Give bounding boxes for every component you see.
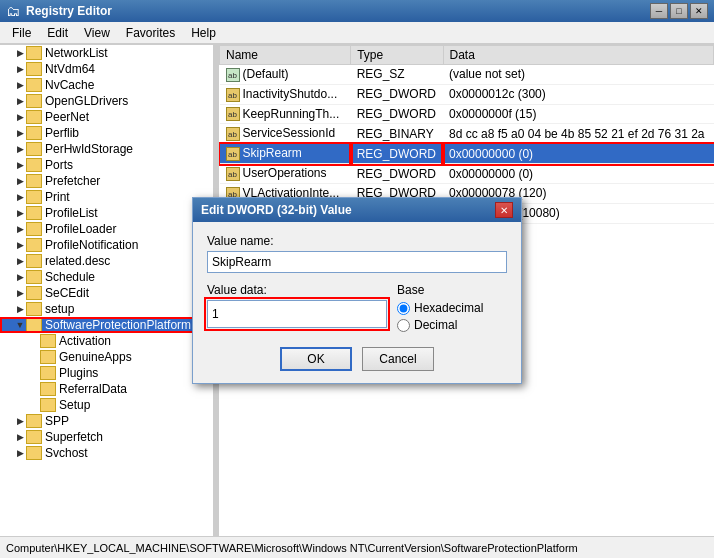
expand-icon[interactable]: ▶ xyxy=(14,447,26,459)
folder-icon xyxy=(26,206,42,220)
tree-item-secedit[interactable]: ▶SeCEdit xyxy=(0,285,213,301)
table-row[interactable]: abInactivityShutdo...REG_DWORD0x0000012c… xyxy=(220,84,714,104)
tree-item-activation[interactable]: Activation xyxy=(0,333,213,349)
tree-item-profileloader[interactable]: ▶ProfileLoader xyxy=(0,221,213,237)
folder-icon xyxy=(26,78,42,92)
tree-item-ports[interactable]: ▶Ports xyxy=(0,157,213,173)
tree-item-label: SeCEdit xyxy=(45,286,89,300)
tree-item-networklist[interactable]: ▶NetworkList xyxy=(0,45,213,61)
expand-icon[interactable] xyxy=(28,383,40,395)
tree-item-opengldrivers[interactable]: ▶OpenGLDrivers xyxy=(0,93,213,109)
tree-item-prefetcher[interactable]: ▶Prefetcher xyxy=(0,173,213,189)
menu-item-file[interactable]: File xyxy=(4,24,39,42)
tree-item-svchost[interactable]: ▶Svchost xyxy=(0,445,213,461)
tree-item-referraldata[interactable]: ReferralData xyxy=(0,381,213,397)
tree-item-schedule[interactable]: ▶Schedule xyxy=(0,269,213,285)
value-name-input[interactable] xyxy=(207,251,507,273)
tree-item-nvcache[interactable]: ▶NvCache xyxy=(0,77,213,93)
tree-item-label: Plugins xyxy=(59,366,98,380)
expand-icon[interactable]: ▶ xyxy=(14,143,26,155)
dialog-close-button[interactable]: ✕ xyxy=(495,202,513,218)
maximize-button[interactable]: □ xyxy=(670,3,688,19)
expand-icon[interactable]: ▶ xyxy=(14,159,26,171)
dec-radio[interactable] xyxy=(397,319,410,332)
dialog-data-row: Value data: Base Hexadecimal Decimal xyxy=(207,283,507,335)
tree-item-label: ProfileLoader xyxy=(45,222,116,236)
expand-icon[interactable]: ▶ xyxy=(14,239,26,251)
tree-item-perhwidstorage[interactable]: ▶PerHwIdStorage xyxy=(0,141,213,157)
cancel-button[interactable]: Cancel xyxy=(362,347,434,371)
expand-icon[interactable] xyxy=(28,335,40,347)
expand-icon[interactable]: ▶ xyxy=(14,287,26,299)
tree-item-spp[interactable]: ▶SPP xyxy=(0,413,213,429)
menu-item-view[interactable]: View xyxy=(76,24,118,42)
folder-icon xyxy=(26,94,42,108)
hex-radio-row[interactable]: Hexadecimal xyxy=(397,301,507,315)
tree-item-softwareprotectionplatform[interactable]: ▼SoftwareProtectionPlatform xyxy=(0,317,213,333)
expand-icon[interactable]: ▶ xyxy=(14,207,26,219)
cell-data: 0x00000000 (0) xyxy=(443,144,714,164)
expand-icon[interactable]: ▶ xyxy=(14,255,26,267)
tree-item-ntvdm64[interactable]: ▶NtVdm64 xyxy=(0,61,213,77)
table-row[interactable]: ab(Default)REG_SZ(value not set) xyxy=(220,65,714,85)
expand-icon[interactable]: ▶ xyxy=(14,127,26,139)
menu-item-edit[interactable]: Edit xyxy=(39,24,76,42)
expand-icon[interactable] xyxy=(28,367,40,379)
expand-icon[interactable]: ▶ xyxy=(14,431,26,443)
expand-icon[interactable] xyxy=(28,351,40,363)
dialog-body: Value name: Value data: Base Hexadecimal xyxy=(193,222,521,383)
reg-icon: ab xyxy=(226,88,240,102)
expand-icon[interactable]: ▶ xyxy=(14,63,26,75)
value-data-input[interactable] xyxy=(207,300,387,328)
status-text: Computer\HKEY_LOCAL_MACHINE\SOFTWARE\Mic… xyxy=(6,542,578,554)
tree-item-profilelist[interactable]: ▶ProfileList xyxy=(0,205,213,221)
tree-item-related-desc[interactable]: ▶related.desc xyxy=(0,253,213,269)
tree-item-superfetch[interactable]: ▶Superfetch xyxy=(0,429,213,445)
hex-radio[interactable] xyxy=(397,302,410,315)
dec-radio-row[interactable]: Decimal xyxy=(397,318,507,332)
table-row[interactable]: abServiceSessionIdREG_BINARY8d cc a8 f5 … xyxy=(220,124,714,144)
expand-icon[interactable] xyxy=(28,399,40,411)
expand-icon[interactable]: ▶ xyxy=(14,79,26,91)
cell-name: abServiceSessionId xyxy=(220,124,351,144)
ok-button[interactable]: OK xyxy=(280,347,352,371)
reg-icon: ab xyxy=(226,147,240,161)
tree-item-peernet[interactable]: ▶PeerNet xyxy=(0,109,213,125)
tree-item-setup[interactable]: ▶setup xyxy=(0,301,213,317)
tree-item-profilenotification[interactable]: ▶ProfileNotification xyxy=(0,237,213,253)
table-row[interactable]: abSkipRearmREG_DWORD0x00000000 (0) xyxy=(220,144,714,164)
menu-item-help[interactable]: Help xyxy=(183,24,224,42)
table-row[interactable]: abKeepRunningTh...REG_DWORD0x0000000f (1… xyxy=(220,104,714,124)
expand-icon[interactable]: ▼ xyxy=(14,319,26,331)
expand-icon[interactable]: ▶ xyxy=(14,47,26,59)
tree-item-plugins[interactable]: Plugins xyxy=(0,365,213,381)
tree-item-print[interactable]: ▶Print xyxy=(0,189,213,205)
expand-icon[interactable]: ▶ xyxy=(14,175,26,187)
tree-item-label: PeerNet xyxy=(45,110,89,124)
expand-icon[interactable]: ▶ xyxy=(14,415,26,427)
tree-pane[interactable]: ▶NetworkList▶NtVdm64▶NvCache▶OpenGLDrive… xyxy=(0,45,215,536)
cell-data: 0x0000000f (15) xyxy=(443,104,714,124)
dialog-title-bar: Edit DWORD (32-bit) Value ✕ xyxy=(193,198,521,222)
minimize-button[interactable]: ─ xyxy=(650,3,668,19)
cell-data: 0x00000000 (0) xyxy=(443,164,714,184)
expand-icon[interactable]: ▶ xyxy=(14,303,26,315)
expand-icon[interactable]: ▶ xyxy=(14,95,26,107)
value-data-section: Value data: xyxy=(207,283,387,328)
folder-icon xyxy=(26,110,42,124)
tree-item-label: Superfetch xyxy=(45,430,103,444)
close-button[interactable]: ✕ xyxy=(690,3,708,19)
tree-item-genuineapps[interactable]: GenuineApps xyxy=(0,349,213,365)
table-row[interactable]: abUserOperationsREG_DWORD0x00000000 (0) xyxy=(220,164,714,184)
tree-item-setup[interactable]: Setup xyxy=(0,397,213,413)
col-data: Data xyxy=(443,46,714,65)
menu-item-favorites[interactable]: Favorites xyxy=(118,24,183,42)
tree-item-perflib[interactable]: ▶Perflib xyxy=(0,125,213,141)
expand-icon[interactable]: ▶ xyxy=(14,191,26,203)
expand-icon[interactable]: ▶ xyxy=(14,271,26,283)
edit-dword-dialog[interactable]: Edit DWORD (32-bit) Value ✕ Value name: … xyxy=(192,197,522,384)
tree-item-label: PerHwIdStorage xyxy=(45,142,133,156)
cell-name: abInactivityShutdo... xyxy=(220,84,351,104)
expand-icon[interactable]: ▶ xyxy=(14,223,26,235)
expand-icon[interactable]: ▶ xyxy=(14,111,26,123)
